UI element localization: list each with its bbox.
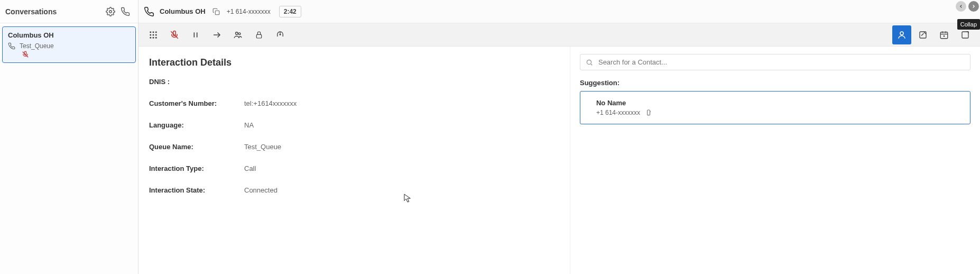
search-icon xyxy=(586,59,593,66)
conversation-card-title: Columbus OH xyxy=(8,31,130,39)
conversation-card[interactable]: Columbus OH Test_Queue xyxy=(2,26,136,63)
call-toolbar xyxy=(138,23,980,47)
field-row-queue-name: Queue Name: Test_Queue xyxy=(149,143,559,151)
settings-gear-icon[interactable] xyxy=(103,4,118,19)
svg-point-11 xyxy=(155,36,157,38)
label-dnis: DNIS : xyxy=(149,78,244,86)
svg-point-6 xyxy=(150,34,151,35)
svg-point-3 xyxy=(150,31,151,33)
suggestion-label: Suggestion: xyxy=(580,79,970,87)
audio-device-button[interactable] xyxy=(271,25,290,44)
prev-panel-button[interactable] xyxy=(956,1,966,12)
field-row-interaction-state: Interaction State: Connected xyxy=(149,186,559,194)
svg-point-16 xyxy=(236,32,238,34)
muted-mic-icon xyxy=(22,51,130,58)
value-interaction-state: Connected xyxy=(244,186,278,194)
contact-search-field[interactable] xyxy=(580,54,970,70)
profile-tab-button[interactable] xyxy=(892,25,911,44)
content-area: Interaction Details DNIS : Customer's Nu… xyxy=(138,47,980,274)
dialpad-button[interactable] xyxy=(144,25,163,44)
value-queue-name: Test_Queue xyxy=(244,143,281,151)
label-interaction-type: Interaction Type: xyxy=(149,165,244,172)
label-customer-number: Customer's Number: xyxy=(149,99,244,107)
collapse-tooltip: Collap xyxy=(957,19,980,30)
mute-button[interactable] xyxy=(165,25,184,44)
svg-point-7 xyxy=(153,34,154,35)
svg-point-5 xyxy=(155,31,157,33)
new-call-icon[interactable] xyxy=(118,4,133,19)
next-panel-button[interactable] xyxy=(968,1,979,12)
phone-icon xyxy=(8,42,15,50)
suggested-contact-card[interactable]: No Name +1 614-xxxxxxx xyxy=(580,91,970,124)
copy-icon[interactable] xyxy=(211,6,221,17)
panel-nav-controls xyxy=(955,0,980,13)
svg-rect-2 xyxy=(215,11,219,15)
transfer-button[interactable] xyxy=(207,25,226,44)
svg-rect-28 xyxy=(962,32,968,38)
svg-point-17 xyxy=(238,32,241,34)
conference-button[interactable] xyxy=(228,25,247,44)
field-row-customer-number: Customer's Number: tel:+1614xxxxxxx xyxy=(149,99,559,107)
contact-name: No Name xyxy=(596,99,954,107)
contact-search-input[interactable] xyxy=(597,58,965,67)
field-row-dnis: DNIS : xyxy=(149,78,559,86)
secure-pause-button[interactable] xyxy=(249,25,269,44)
svg-rect-18 xyxy=(256,34,261,38)
svg-point-29 xyxy=(587,60,591,64)
svg-point-0 xyxy=(109,10,112,13)
contact-pane: Suggestion: No Name +1 614-xxxxxxx xyxy=(570,47,980,274)
sidebar-header: Conversations xyxy=(0,0,138,23)
svg-point-8 xyxy=(155,34,157,35)
interaction-details-heading: Interaction Details xyxy=(149,57,559,68)
schedule-tab-button[interactable] xyxy=(935,25,954,44)
value-language: NA xyxy=(244,121,254,129)
call-timer: 2:42 xyxy=(279,6,301,17)
conversation-queue-label: Test_Queue xyxy=(20,42,54,50)
value-interaction-type: Call xyxy=(244,165,256,172)
svg-point-19 xyxy=(280,33,281,35)
label-interaction-state: Interaction State: xyxy=(149,186,244,194)
svg-point-20 xyxy=(900,32,903,35)
label-language: Language: xyxy=(149,121,244,129)
field-row-language: Language: NA xyxy=(149,121,559,129)
call-phone-number: +1 614-xxxxxxx xyxy=(227,8,271,15)
phone-icon xyxy=(144,6,154,17)
value-customer-number: tel:+1614xxxxxxx xyxy=(244,99,297,107)
label-queue-name: Queue Name: xyxy=(149,143,244,151)
main-area: Collap Columbus OH +1 614-xxxxxxx 2:42 xyxy=(138,0,980,274)
mobile-phone-icon xyxy=(645,109,652,116)
sidebar-title: Conversations xyxy=(5,7,103,16)
svg-line-30 xyxy=(591,63,593,65)
call-name: Columbus OH xyxy=(160,7,206,15)
svg-point-10 xyxy=(153,36,154,38)
contact-phone: +1 614-xxxxxxx xyxy=(596,109,640,116)
interaction-details-pane: Interaction Details DNIS : Customer's Nu… xyxy=(138,47,570,274)
notes-tab-button[interactable] xyxy=(913,25,932,44)
active-call-bar: Columbus OH +1 614-xxxxxxx 2:42 xyxy=(138,0,980,23)
svg-point-9 xyxy=(150,36,151,38)
hold-button[interactable] xyxy=(186,25,205,44)
conversations-sidebar: Conversations Columbus OH xyxy=(0,0,138,274)
field-row-interaction-type: Interaction Type: Call xyxy=(149,165,559,172)
svg-point-4 xyxy=(153,31,154,33)
